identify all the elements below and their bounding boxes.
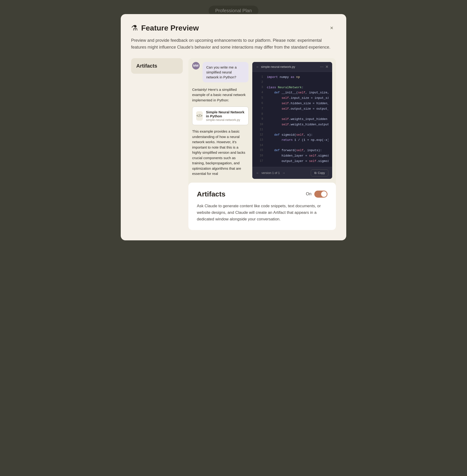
artifacts-toggle[interactable] xyxy=(314,191,327,198)
version-nav: ← version 1 of 1 → xyxy=(256,171,285,175)
feature-preview-modal: ⚗ Feature Preview × Preview and provide … xyxy=(121,14,346,240)
feature-list: Artifacts xyxy=(131,58,183,230)
assistant-intro: Certainly! Here's a simplified example o… xyxy=(192,87,248,103)
code-window-footer: ← version 1 of 1 → ⧉ Copy xyxy=(252,167,332,179)
modal-header-left: ⚗ Feature Preview xyxy=(131,24,199,32)
code-icon: </> xyxy=(196,111,203,121)
user-message: MW Can you write me a simplified neural … xyxy=(192,62,248,82)
toggle-area[interactable]: On xyxy=(306,191,327,198)
version-label: version 1 of 1 xyxy=(261,171,280,175)
modal-description: Preview and provide feedback on upcoming… xyxy=(131,37,336,51)
code-window-close-icon[interactable]: ✕ xyxy=(325,64,328,69)
modal-title: Feature Preview xyxy=(141,24,199,32)
code-line-15: 15 def forward(self, inputs): xyxy=(252,148,332,153)
back-arrow-icon[interactable]: ← xyxy=(256,65,259,69)
code-line-16: 16 hidden_layer = self.sigmoid(np.dot(in… xyxy=(252,153,332,159)
artifacts-header: Artifacts On xyxy=(197,190,327,198)
flask-icon: ⚗ xyxy=(131,24,138,32)
user-message-bubble: Can you write me a simplified neural net… xyxy=(203,62,248,82)
modal-content-area: Artifacts MW Can you write me a simplifi… xyxy=(131,58,336,230)
code-line-3: 3 class NeuralNetwork: xyxy=(252,85,332,90)
code-window-actions: ··· ✕ xyxy=(320,64,328,69)
preview-area: MW Can you write me a simplified neural … xyxy=(188,58,336,230)
code-line-10: 10 self.weights_hidden_output = np.rando… xyxy=(252,122,332,127)
modal-overlay: ⚗ Feature Preview × Preview and provide … xyxy=(0,0,467,476)
chat-side: MW Can you write me a simplified neural … xyxy=(192,62,248,179)
user-avatar: MW xyxy=(192,62,200,69)
code-line-2: 2 xyxy=(252,80,332,85)
code-line-12: 12 def sigmoid(self, x): xyxy=(252,132,332,138)
artifact-title: Simple Neural Network in Python xyxy=(206,110,245,118)
code-line-5: 5 self.input_size = input_size xyxy=(252,96,332,101)
copy-icon: ⧉ xyxy=(314,171,316,175)
code-line-6: 6 self.hidden_size = hidden_size xyxy=(252,101,332,106)
artifacts-section: Artifacts On Ask Claude to generate cont… xyxy=(188,183,336,230)
feature-item-artifacts[interactable]: Artifacts xyxy=(131,58,183,74)
prev-version-icon[interactable]: ← xyxy=(256,171,259,175)
code-line-14: 14 xyxy=(252,143,332,148)
copy-label: Copy xyxy=(318,171,325,175)
copy-button[interactable]: ⧉ Copy xyxy=(311,169,328,176)
artifact-filename: simple-neural-network.py xyxy=(206,118,245,122)
toggle-knob xyxy=(321,191,327,197)
next-version-icon[interactable]: → xyxy=(282,171,285,175)
code-line-4: 4 def __init__(self, input_size, hidden_… xyxy=(252,90,332,96)
code-line-11: 11 xyxy=(252,127,332,132)
more-options-icon[interactable]: ··· xyxy=(320,64,324,69)
code-body: 1 import numpy as np 2 3 class NeuralNet… xyxy=(252,72,332,167)
artifacts-description: Ask Claude to generate content like code… xyxy=(197,203,327,223)
code-line-1: 1 import numpy as np xyxy=(252,75,332,80)
artifact-info: Simple Neural Network in Python simple-n… xyxy=(206,110,245,122)
artifacts-section-title: Artifacts xyxy=(197,190,225,198)
code-line-7: 7 self.output_size = output_size xyxy=(252,106,332,112)
code-window: ← simple-neural-network.py ··· ✕ 1 xyxy=(252,62,332,179)
code-window-nav: ← simple-neural-network.py xyxy=(256,65,295,69)
code-filename: simple-neural-network.py xyxy=(261,65,295,69)
assistant-outro: This example provides a basic understand… xyxy=(192,129,248,176)
code-line-8: 8 xyxy=(252,112,332,117)
code-line-9: 9 self.weights_input_hidden = np.random.… xyxy=(252,117,332,122)
artifact-card[interactable]: </> Simple Neural Network in Python simp… xyxy=(192,107,248,125)
code-line-17: 17 output_layer = self.sigmoid(np.dot(hi… xyxy=(252,159,332,164)
preview-split: MW Can you write me a simplified neural … xyxy=(188,58,336,183)
code-line-13: 13 return 1 / (1 + np.exp(-x)) xyxy=(252,138,332,143)
close-modal-button[interactable]: × xyxy=(327,24,336,32)
code-window-titlebar: ← simple-neural-network.py ··· ✕ xyxy=(252,62,332,72)
toggle-label: On xyxy=(306,191,311,197)
